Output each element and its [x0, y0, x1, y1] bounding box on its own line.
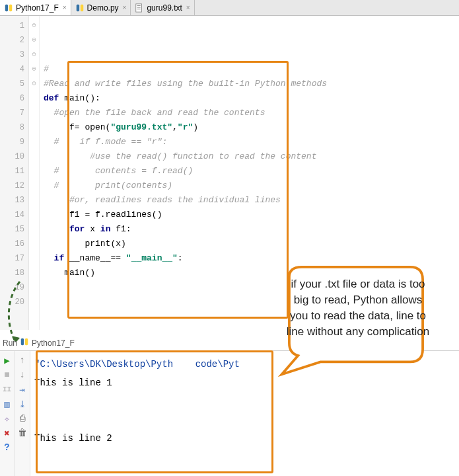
- run-label-text: Run: [3, 338, 17, 348]
- svg-rect-2: [76, 4, 79, 11]
- help-icon[interactable]: ?: [2, 442, 13, 453]
- run-toolbar-col1: ▶ ■ II ▥ ✧ ✖ ?: [0, 351, 15, 476]
- svg-rect-0: [5, 4, 8, 11]
- tab-label: Demo.py: [87, 3, 119, 13]
- close-run-icon[interactable]: ✖: [2, 428, 13, 438]
- up-icon[interactable]: ↑: [17, 355, 28, 366]
- run-output-panel: ▶ ■ II ▥ ✧ ✖ ? ↑ ↓ ⇥ ⤓ ⎙ 🗑 "C:\Users\DK\…: [0, 350, 459, 476]
- console-output[interactable]: "C:\Users\DK\Desktop\Pyth code\PytThis i…: [30, 351, 459, 476]
- line-number-gutter: 1234567891011121314151617181920: [0, 16, 29, 330]
- svg-rect-9: [25, 338, 28, 346]
- fold-gutter: ⊖⊖⊖⊖⊖: [29, 16, 40, 330]
- python-file-icon: [20, 337, 29, 348]
- annotation-text: if your .txt file or data is too big to …: [285, 276, 431, 340]
- tab-guru99-txt[interactable]: guru99.txt ×: [131, 0, 194, 15]
- text-file-icon: [135, 3, 144, 13]
- trash-icon[interactable]: 🗑: [17, 428, 28, 438]
- scroll-icon[interactable]: ⤓: [17, 399, 28, 409]
- python-file-icon: [4, 3, 13, 13]
- run-icon[interactable]: ▶: [2, 355, 13, 366]
- layout-icon[interactable]: ▥: [2, 399, 13, 409]
- pin-icon[interactable]: ✧: [2, 413, 13, 424]
- close-icon[interactable]: ×: [186, 4, 190, 11]
- pause-icon[interactable]: II: [2, 384, 13, 395]
- tab-label: Python17_F: [16, 3, 59, 13]
- down-icon[interactable]: ↓: [17, 370, 28, 380]
- editor-tab-bar: Python17_F × Demo.py × guru99.txt ×: [0, 0, 459, 16]
- run-toolbar-col2: ↑ ↓ ⇥ ⤓ ⎙ 🗑: [15, 351, 30, 476]
- run-config-name: Python17_F: [32, 338, 75, 348]
- svg-rect-4: [136, 3, 142, 11]
- python-file-icon: [75, 3, 85, 13]
- svg-rect-3: [80, 4, 83, 11]
- close-icon[interactable]: ×: [123, 4, 127, 11]
- print-icon[interactable]: ⎙: [17, 413, 28, 424]
- wrap-icon[interactable]: ⇥: [17, 384, 28, 395]
- tab-label: guru99.txt: [147, 3, 182, 13]
- tab-demo-py[interactable]: Demo.py ×: [71, 0, 131, 15]
- run-panel-header: Run Python17_F: [3, 337, 75, 348]
- tab-python17f[interactable]: Python17_F ×: [0, 0, 71, 15]
- svg-rect-8: [21, 338, 24, 346]
- close-icon[interactable]: ×: [63, 4, 67, 11]
- svg-rect-1: [9, 4, 12, 11]
- stop-icon[interactable]: ■: [2, 370, 13, 380]
